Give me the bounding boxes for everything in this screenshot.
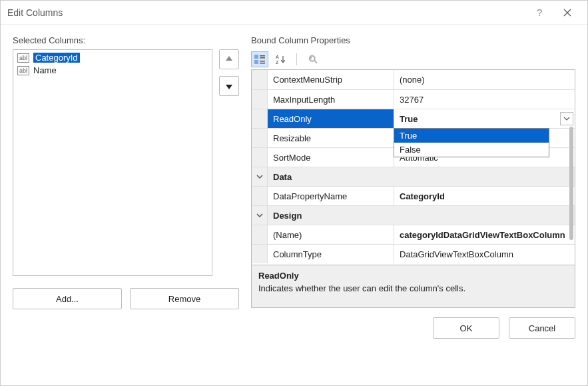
svg-rect-5 [260,61,265,62]
dropdown-option[interactable]: False [394,143,549,157]
property-value[interactable]: 32767 [394,90,575,109]
expand-collapse-icon [252,245,268,263]
svg-rect-3 [260,57,265,59]
property-value[interactable]: (none) [394,70,575,89]
property-grid-scrollbar[interactable] [568,127,575,253]
expand-collapse-icon[interactable] [252,167,268,186]
property-value[interactable] [394,167,575,186]
add-button[interactable]: Add... [13,288,122,309]
property-value[interactable]: True [394,109,575,128]
move-up-button[interactable] [219,49,239,69]
cancel-button[interactable]: Cancel [509,317,575,339]
property-name: DataPropertyName [268,187,394,205]
readonly-dropdown[interactable]: TrueFalse [394,128,549,157]
bound-properties-pane: Bound Column Properties AZ ContextMenu [251,35,575,377]
ok-button[interactable]: OK [433,317,499,339]
property-category[interactable]: Data [252,167,575,186]
edit-columns-dialog: Edit Columns ? Selected Columns: ablCate… [0,0,588,386]
svg-rect-4 [254,60,258,64]
property-pages-icon[interactable] [304,51,321,67]
property-row[interactable]: MaxInputLength32767 [252,89,575,109]
textbox-column-icon: abl [17,53,29,63]
list-item-label: Name [33,65,57,75]
help-property-desc: Indicates whether the user can edit the … [258,283,568,293]
list-item-label: CategoryId [33,53,80,63]
property-name: ColumnType [268,245,394,263]
help-icon[interactable]: ? [527,1,554,25]
property-value[interactable]: DataGridViewTextBoxColumn [394,245,575,263]
property-grid[interactable]: ContextMenuStrip(none)MaxInputLength3276… [252,70,575,265]
property-value[interactable]: CategoryId [394,187,575,205]
property-value[interactable] [394,206,575,225]
list-item[interactable]: ablName [15,64,210,77]
alphabetical-icon[interactable]: AZ [272,51,290,67]
property-name: Data [268,167,394,186]
property-name: Resizable [268,129,394,147]
move-down-button[interactable] [219,76,239,96]
property-name: SortMode [268,148,394,167]
property-row[interactable]: DataPropertyNameCategoryId [252,186,575,205]
expand-collapse-icon [252,109,268,128]
list-item[interactable]: ablCategoryId [15,51,210,64]
property-category[interactable]: Design [252,205,575,225]
property-row[interactable]: (Name)categoryIdDataGridViewTextBoxColum… [252,225,575,244]
toolbar-separator [296,53,297,65]
titlebar: Edit Columns ? [1,1,587,25]
property-help: ReadOnly Indicates whether the user can … [251,265,575,308]
svg-rect-2 [260,55,265,57]
bound-properties-label: Bound Column Properties [251,35,575,45]
expand-collapse-icon [252,148,268,167]
property-row[interactable]: ColumnTypeDataGridViewTextBoxColumn [252,244,575,263]
remove-button[interactable]: Remove [130,288,239,309]
svg-text:?: ? [537,7,542,18]
svg-text:A: A [276,55,279,59]
expand-collapse-icon [252,187,268,205]
property-name: MaxInputLength [268,90,394,109]
selected-columns-label: Selected Columns: [13,35,239,45]
property-name: ReadOnly [268,109,394,128]
svg-rect-6 [260,63,265,64]
selected-columns-list[interactable]: ablCategoryIdablName [13,49,212,276]
expand-collapse-icon [252,225,268,244]
close-icon[interactable] [554,1,581,25]
dropdown-option[interactable]: True [394,129,549,143]
property-name: Design [268,206,394,225]
expand-collapse-icon [252,129,268,147]
expand-collapse-icon [252,70,268,89]
svg-text:Z: Z [276,60,279,65]
property-toolbar: AZ [251,49,575,69]
property-value[interactable]: categoryIdDataGridViewTextBoxColumn [394,225,575,244]
property-name: (Name) [268,225,394,244]
selected-columns-pane: Selected Columns: ablCategoryIdablName A… [13,35,239,377]
expand-collapse-icon [252,90,268,109]
categorized-icon[interactable] [251,51,268,67]
textbox-column-icon: abl [17,66,29,75]
dialog-title: Edit Columns [7,7,527,18]
chevron-down-icon[interactable] [560,112,573,125]
expand-collapse-icon[interactable] [252,206,268,225]
property-row[interactable]: ReadOnlyTrue [252,109,575,128]
help-property-name: ReadOnly [258,271,568,281]
property-name: ContextMenuStrip [268,70,394,89]
property-row[interactable]: ContextMenuStrip(none) [252,70,575,89]
reorder-buttons [219,49,239,276]
svg-rect-1 [254,55,258,59]
